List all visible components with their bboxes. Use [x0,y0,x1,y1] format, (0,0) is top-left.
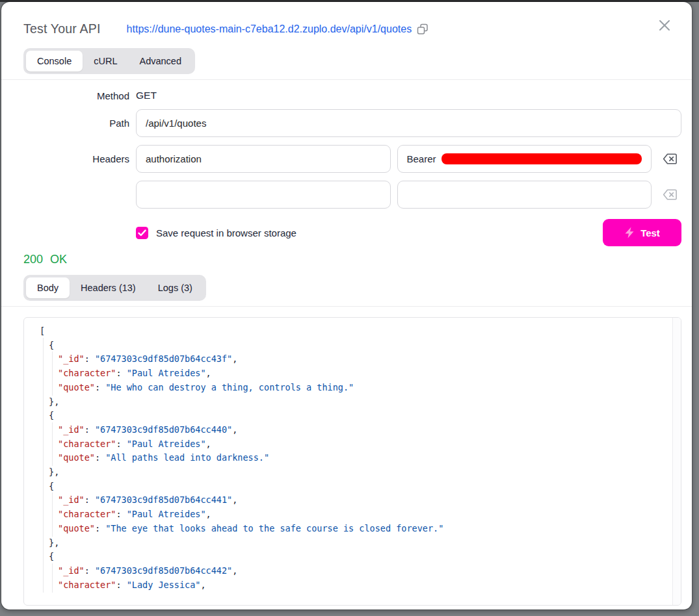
copy-icon[interactable] [417,23,429,35]
json-line: "_id": "6747303c9df85d07b64cc440", [40,423,672,437]
json-line: { [40,480,672,494]
json-line: "quote": "All paths lead into darkness." [40,451,672,465]
test-button-label: Test [640,227,660,238]
json-response-body[interactable]: [{"_id": "6747303c9df85d07b64cc43f","cha… [24,318,672,605]
page-background: Test Your API https://dune-quotes-main-c… [0,0,699,616]
json-line: }, [40,465,672,480]
tab-advanced[interactable]: Advanced [128,51,192,71]
headers-label: Headers [23,153,129,164]
indent-guide [43,380,44,396]
indent-guide [43,366,44,381]
header-value-input-2[interactable] [397,181,652,209]
json-line: }, [40,395,672,409]
indent-guide [52,493,53,508]
close-icon[interactable] [657,18,672,33]
json-line: "_id": "6747303c9df85d07b64cc441", [40,493,672,507]
indent-guide [43,450,44,466]
status-text: OK [50,253,67,266]
indent-guide [43,422,44,438]
method-label: Method [23,90,129,101]
json-line: }, [40,536,672,550]
header-value-input-1[interactable]: Bearer [397,145,652,173]
indent-guide [43,507,44,522]
response-scrollbar[interactable] [672,318,681,605]
clear-header-icon-2[interactable] [658,188,681,201]
json-line: "character": "Paul Atreides", [40,437,672,452]
indent-guide [43,563,44,579]
path-label: Path [23,118,129,129]
indent-guide [52,422,53,438]
indent-guide [52,507,53,522]
response-divider [1,306,692,307]
indent-guide [52,563,53,579]
header-name-input-1[interactable] [136,145,391,173]
indent-guide [43,465,44,480]
dialog-header: Test Your API https://dune-quotes-main-c… [1,2,692,36]
indent-guide [43,394,44,410]
indent-guide [43,352,44,367]
checkbox-checked-icon[interactable] [136,227,148,239]
status-code: 200 [23,253,43,266]
api-url-link[interactable]: https://dune-quotes-main-c7eba12.d2.zupl… [127,23,412,35]
json-line: [ [40,324,672,339]
indent-guide [52,521,53,537]
json-line: "quote": "He who can destroy a thing, co… [40,381,672,395]
path-row: Path [23,109,681,137]
indent-guide [52,366,53,381]
indent-guide [43,437,44,452]
tab-headers[interactable]: Headers (13) [70,277,147,298]
indent-guide [52,578,53,593]
test-api-dialog: Test Your API https://dune-quotes-main-c… [1,2,692,610]
indent-guide [43,338,44,353]
json-line: "character": "Lady Jessica", [40,578,672,593]
json-line: "_id": "6747303c9df85d07b64cc43f", [40,352,672,366]
header-row-2 [23,181,681,209]
indent-guide [43,479,44,494]
json-line: { [40,339,672,353]
indent-guide [43,535,44,551]
indent-guide [43,521,44,537]
response-body-panel: [{"_id": "6747303c9df85d07b64cc43f","cha… [23,317,681,606]
tab-body[interactable]: Body [26,277,70,298]
json-line: "character": "Paul Atreides", [40,507,672,522]
indent-guide [52,352,53,367]
lightning-bolt-icon [624,227,635,238]
header-name-input-2[interactable] [136,181,391,209]
method-row: Method GET [23,90,681,101]
indent-guide [52,450,53,466]
actions-row: Save request in browser storage Test [23,219,681,246]
test-button[interactable]: Test [603,219,681,246]
tab-logs[interactable]: Logs (3) [147,277,204,298]
json-line: "character": "Paul Atreides", [40,366,672,381]
json-line: { [40,550,672,564]
dialog-title: Test Your API [23,21,101,36]
method-value[interactable]: GET [136,90,157,101]
save-request-checkbox[interactable]: Save request in browser storage [136,227,297,239]
indent-guide [43,549,44,565]
save-request-label: Save request in browser storage [156,227,297,238]
indent-guide [43,493,44,508]
indent-guide [52,437,53,452]
header-row-1: Headers Bearer [23,145,681,173]
tab-curl[interactable]: cURL [83,51,128,71]
response-tabs: Body Headers (13) Logs (3) [23,275,206,301]
redacted-token [442,153,642,164]
path-input[interactable] [136,109,681,137]
indent-guide [43,408,44,424]
bearer-prefix: Bearer [407,153,436,164]
json-line: { [40,409,672,423]
clear-header-icon-1[interactable] [658,153,681,165]
tab-console[interactable]: Console [26,51,83,71]
indent-guide [43,578,44,593]
request-tabs: Console cURL Advanced [23,48,195,74]
request-form: Method GET Path Headers Bearer [1,80,692,246]
indent-guide [52,380,53,396]
json-line: "quote": "The eye that looks ahead to th… [40,522,672,536]
json-line: "_id": "6747303c9df85d07b64cc442", [40,564,672,578]
response-status: 200 OK [23,253,692,266]
